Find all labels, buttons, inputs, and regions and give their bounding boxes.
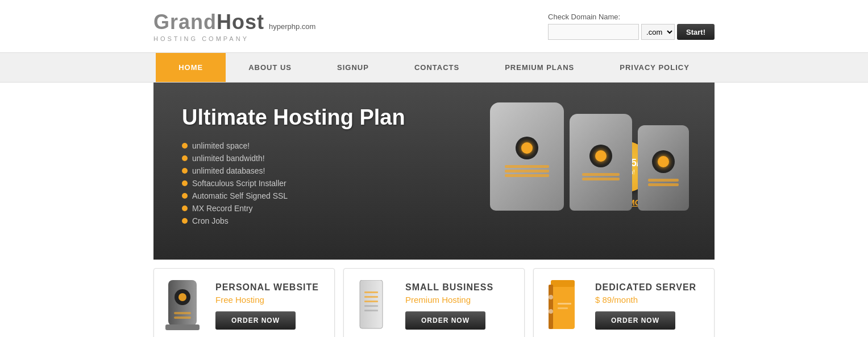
feature-7: Cron Jobs [182,216,599,225]
svg-rect-10 [364,301,378,302]
binder-dedicated-svg [545,280,579,331]
svg-rect-9 [364,296,378,298]
domain-check-area: Check Domain Name: .com .net .org .info … [548,13,715,40]
server-personal-svg [165,280,200,331]
nav-link-premium[interactable]: PREMIUM PLANS [482,53,597,82]
svg-rect-6 [360,280,383,328]
server-eye-icon [652,150,675,173]
hero-banner: Ultimate Hosting Plan unlimited space! u… [153,83,715,260]
bullet-icon [182,206,188,211]
feature-4: Softaculous Script Installer [182,179,599,188]
order-button-dedicated[interactable]: ORDER NOW [595,311,675,330]
nav-item-home[interactable]: HOME [156,53,226,82]
logo-domain: hyperphp.com [269,22,315,31]
svg-rect-13 [551,285,575,329]
nav-link-privacy[interactable]: PRIVACY POLICY [597,53,712,82]
product-subtitle-dedicated: $ 89/month [595,295,703,305]
nav-item-contacts[interactable]: CONTACTS [392,53,482,82]
banner-title: Ultimate Hosting Plan [182,105,599,130]
vent [648,179,679,182]
feature-5: Automatic Self Signed SSL [182,191,599,200]
server-vents [648,179,679,186]
feature-2: unlimited bandwidth! [182,154,599,163]
server-small [638,125,689,211]
product-icon-dedicated [545,280,585,331]
svg-rect-11 [364,305,378,307]
header: GrandHost hyperphp.com HOSTING COMPANY C… [0,0,868,52]
nav-link-contacts[interactable]: CONTACTS [392,53,482,82]
product-subtitle-business: Premium Hosting [405,295,513,305]
product-title-business: SMALL BUSINESS [405,282,513,293]
product-info-dedicated: DEDICATED SERVER $ 89/month ORDER NOW [595,282,703,330]
svg-rect-8 [364,291,378,293]
domain-check-label: Check Domain Name: [548,13,620,21]
nav-item-premium[interactable]: PREMIUM PLANS [482,53,597,82]
feature-6: MX Record Entry [182,204,599,213]
nav-link-signup[interactable]: SIGNUP [314,53,392,82]
order-button-business[interactable]: ORDER NOW [405,311,485,330]
server-eye-inner [658,156,669,167]
bullet-icon [182,143,188,149]
feature-1: unlimited space! [182,141,599,150]
nav-item-signup[interactable]: SIGNUP [314,53,392,82]
logo-area: GrandHost hyperphp.com HOSTING COMPANY [153,10,315,42]
svg-rect-12 [364,310,378,311]
svg-rect-16 [558,303,571,305]
logo: GrandHost [153,10,264,34]
bullet-icon [182,155,188,161]
bullet-icon [182,218,188,224]
svg-rect-14 [551,280,575,287]
server-business-svg [355,280,387,331]
svg-point-18 [549,295,553,299]
svg-rect-4 [174,312,191,314]
product-info-personal: PERSONAL WEBSITE Free Hosting ORDER NOW [215,282,323,330]
svg-rect-17 [558,307,568,309]
nav-item-privacy[interactable]: PRIVACY POLICY [597,53,712,82]
product-title-dedicated: DEDICATED SERVER [595,282,703,293]
banner-features: unlimited space! unlimited bandwidth! un… [182,141,599,225]
svg-rect-5 [174,317,191,319]
product-title-personal: PERSONAL WEBSITE [215,282,323,293]
product-personal: PERSONAL WEBSITE Free Hosting ORDER NOW [153,268,335,337]
bullet-icon [182,168,188,174]
product-subtitle-personal: Free Hosting [215,295,323,305]
svg-point-3 [178,293,186,301]
svg-rect-1 [165,324,200,330]
products-section: PERSONAL WEBSITE Free Hosting ORDER NOW [153,268,715,337]
order-button-personal[interactable]: ORDER NOW [215,311,296,330]
start-button[interactable]: Start! [677,24,715,40]
bullet-icon [182,180,188,186]
product-dedicated: DEDICATED SERVER $ 89/month ORDER NOW [533,268,715,337]
tld-select[interactable]: .com .net .org .info .biz [641,24,675,40]
nav-link-about[interactable]: ABOUT US [226,53,314,82]
nav-link-home[interactable]: HOME [156,53,226,82]
product-icon-business [355,280,395,331]
logo-grand: Grand [153,10,217,34]
logo-host: Host [217,10,264,34]
banner-content: Ultimate Hosting Plan unlimited space! u… [182,105,599,237]
domain-input[interactable] [548,24,639,40]
feature-3: unlimited databases! [182,166,599,175]
product-business: SMALL BUSINESS Premium Hosting ORDER NOW [343,268,525,337]
vent [648,183,679,186]
svg-rect-15 [549,285,553,329]
product-icon-personal [165,280,205,331]
product-info-business: SMALL BUSINESS Premium Hosting ORDER NOW [405,282,513,330]
main-nav: HOME ABOUT US SIGNUP CONTACTS PREMIUM PL… [0,52,868,83]
svg-point-19 [549,309,553,314]
logo-subtitle: HOSTING COMPANY [153,35,315,42]
nav-item-about[interactable]: ABOUT US [226,53,314,82]
bullet-icon [182,193,188,199]
